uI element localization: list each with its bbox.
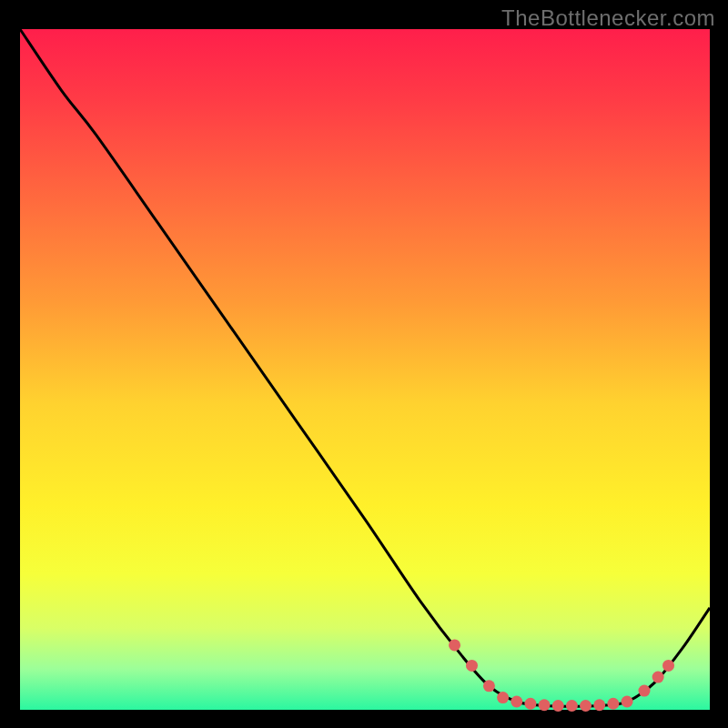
bottleneck-chart (0, 0, 728, 728)
watermark-text: TheBottlenecker.com (501, 5, 715, 31)
curve-marker (449, 639, 460, 651)
curve-marker (511, 696, 522, 708)
curve-marker (622, 696, 633, 708)
curve-marker (638, 685, 650, 697)
chart-stage: TheBottlenecker.com (0, 0, 728, 728)
curve-marker (539, 699, 551, 711)
gradient-background (20, 29, 710, 710)
curve-marker (497, 692, 509, 703)
curve-marker (552, 700, 564, 712)
curve-marker (483, 680, 495, 692)
curve-marker (607, 698, 619, 710)
curve-marker (662, 660, 674, 672)
curve-marker (524, 698, 536, 710)
curve-marker (593, 699, 605, 711)
curve-marker (466, 660, 478, 672)
curve-marker (566, 700, 578, 712)
curve-marker (652, 672, 664, 683)
curve-marker (580, 700, 592, 712)
